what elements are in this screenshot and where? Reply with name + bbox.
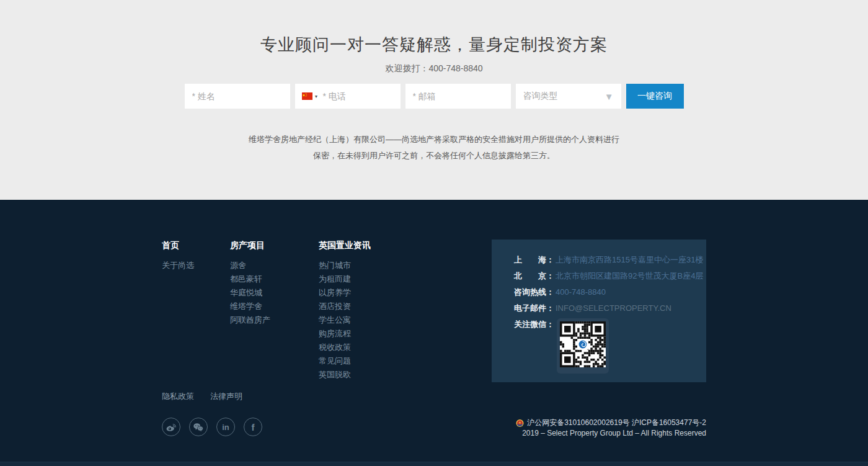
contact-row-email: 电子邮件： INFO@SELECTPROPERTY.CN: [514, 302, 706, 314]
contact-label: 电子邮件：: [514, 302, 554, 314]
footer-link-uk-9[interactable]: 英国脱欧: [319, 368, 418, 382]
footer-bottom-strip: [0, 462, 868, 466]
privacy-statement: 维塔学舍房地产经纪（上海）有限公司——尚选地产将采取严格的安全措施对用户所提供的…: [0, 132, 868, 164]
consultation-type-placeholder: 咨询类型: [523, 91, 558, 102]
consultation-cta-section: 专业顾问一对一答疑解惑，量身定制投资方案 欢迎拨打：400-748-8840 ▼…: [0, 0, 868, 200]
footer-link-uk-8[interactable]: 常见问题: [319, 354, 418, 368]
cta-hotline-subtitle: 欢迎拨打：400-748-8840: [0, 62, 868, 74]
privacy-policy-link[interactable]: 隐私政策: [162, 391, 194, 402]
footer-link-project-3[interactable]: 华庭悦城: [230, 286, 319, 300]
site-footer: 首页 关于尚选 房产项目 源舍 都邑豪轩 华庭悦城 维塔学舍 阿联酋房产 英国置…: [0, 200, 868, 466]
footer-nav-uk-info: 英国置业资讯 热门城市 为租而建 以房养学 酒店投资 学生公寓 购房流程 税收政…: [319, 240, 418, 382]
china-flag-icon[interactable]: [302, 92, 312, 100]
footer-link-project-2[interactable]: 都邑豪轩: [230, 272, 319, 286]
legal-notice-link[interactable]: 法律声明: [210, 391, 242, 402]
legal-links-row: 隐私政策 法律声明: [162, 391, 706, 402]
footer-link-about[interactable]: 关于尚选: [162, 259, 230, 272]
phone-input[interactable]: [318, 84, 400, 109]
contact-row-hotline: 咨询热线： 400-748-8840: [514, 286, 706, 298]
email-input[interactable]: [405, 84, 511, 109]
linkedin-icon[interactable]: in: [216, 418, 235, 436]
phone-field-wrap: ▼: [295, 84, 401, 109]
footer-nav-home-header[interactable]: 首页: [162, 240, 230, 251]
privacy-line-2: 保密，在未得到用户许可之前，不会将任何个人信息披露给第三方。: [313, 151, 555, 160]
copyright-text: 2019 – Select Property Group Ltd – All R…: [516, 428, 706, 439]
facebook-icon[interactable]: f: [244, 418, 262, 436]
contact-row-shanghai: 上 海： 上海市南京西路1515号嘉里中心一座31楼: [514, 254, 706, 266]
contact-row-wechat: 关注微信：: [514, 318, 706, 374]
copyright-block: 沪公网安备31010602002619号 沪ICP备16053477号-2 20…: [516, 418, 706, 439]
footer-link-project-4[interactable]: 维塔学舍: [230, 300, 319, 313]
contact-value: 北京市朝阳区建国路92号世茂大厦B座4层: [556, 270, 703, 282]
name-input[interactable]: [185, 84, 290, 109]
privacy-line-1: 维塔学舍房地产经纪（上海）有限公司——尚选地产将采取严格的安全措施对用户所提供的…: [249, 135, 619, 144]
contact-label: 咨询热线：: [514, 286, 554, 298]
wechat-qr-container: [557, 318, 609, 374]
country-select-caret-icon[interactable]: ▼: [314, 94, 319, 99]
contact-value: INFO@SELECTPROPERTY.CN: [556, 302, 671, 314]
contact-label: 北 京：: [514, 270, 554, 282]
brand-swirl-icon: [577, 339, 588, 350]
footer-link-project-5[interactable]: 阿联酋房产: [230, 313, 319, 327]
public-security-badge-icon: [516, 419, 524, 428]
wechat-icon[interactable]: [189, 418, 208, 436]
footer-link-uk-6[interactable]: 购房流程: [319, 327, 418, 341]
footer-nav-projects-header[interactable]: 房产项目: [230, 240, 319, 251]
contact-value: 400-748-8840: [556, 286, 606, 298]
contact-label: 关注微信：: [514, 318, 554, 330]
footer-link-uk-5[interactable]: 学生公寓: [319, 313, 418, 327]
consultation-type-select[interactable]: 咨询类型 ▼: [516, 84, 621, 109]
footer-link-uk-4[interactable]: 酒店投资: [319, 300, 418, 313]
cta-title: 专业顾问一对一答疑解惑，量身定制投资方案: [0, 0, 868, 54]
social-links: in f: [162, 418, 262, 436]
weibo-icon[interactable]: [162, 418, 180, 436]
contact-value: 上海市南京西路1515号嘉里中心一座31楼: [556, 254, 703, 266]
chevron-down-icon: ▼: [604, 91, 614, 102]
contact-row-beijing: 北 京： 北京市朝阳区建国路92号世茂大厦B座4层: [514, 270, 706, 282]
contact-info-box: 上 海： 上海市南京西路1515号嘉里中心一座31楼 北 京： 北京市朝阳区建国…: [492, 240, 706, 382]
footer-link-uk-1[interactable]: 热门城市: [319, 259, 418, 272]
footer-nav-uk-info-header[interactable]: 英国置业资讯: [319, 240, 418, 251]
footer-nav-projects: 房产项目 源舍 都邑豪轩 华庭悦城 维塔学舍 阿联酋房产: [230, 240, 319, 327]
icp-filing-text: 沪公网安备31010602002619号 沪ICP备16053477号-2: [527, 418, 706, 428]
contact-label: 上 海：: [514, 254, 554, 266]
consultation-form: ▼ 咨询类型 ▼ 一键咨询: [0, 84, 868, 109]
wechat-qr-code: [560, 321, 606, 367]
email-field-wrap: [405, 84, 511, 109]
one-click-consult-button[interactable]: 一键咨询: [626, 84, 684, 109]
footer-nav-home: 首页 关于尚选: [162, 240, 230, 272]
footer-link-uk-2[interactable]: 为租而建: [319, 272, 418, 286]
footer-link-project-1[interactable]: 源舍: [230, 259, 319, 272]
name-field-wrap: [185, 84, 290, 109]
footer-link-uk-7[interactable]: 税收政策: [319, 341, 418, 354]
footer-link-uk-3[interactable]: 以房养学: [319, 286, 418, 300]
